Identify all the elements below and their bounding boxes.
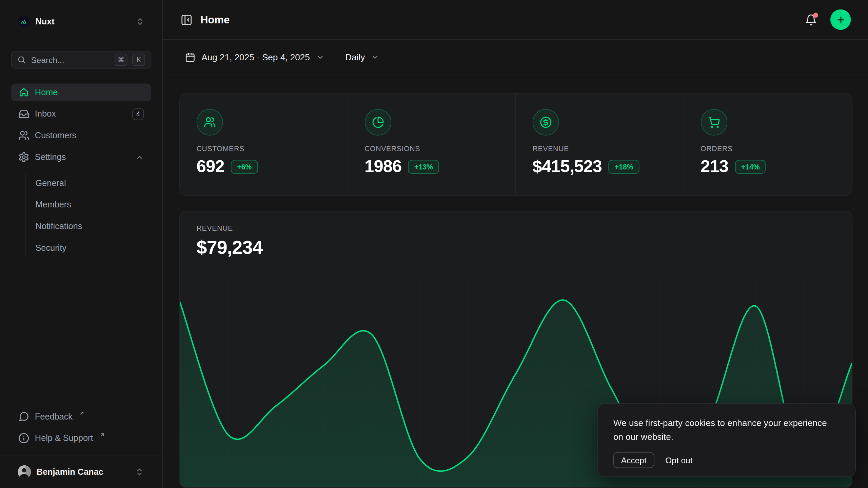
search-input[interactable]: Search... ⌘ K — [11, 51, 151, 68]
accept-cookies-button[interactable]: Accept — [613, 452, 654, 468]
workspace-name: Nuxt — [35, 17, 130, 26]
sidebar-collapse-icon[interactable] — [180, 14, 193, 26]
chevron-up-icon — [136, 153, 144, 161]
revenue-chart-header: REVENUE $79,234 — [180, 211, 852, 274]
cookie-actions: Accept Opt out — [613, 452, 840, 468]
stat-conversions: CONVERSIONS 1986 +13% — [348, 94, 516, 195]
inbox-count-badge: 4 — [132, 108, 144, 120]
external-link-icon — [79, 410, 85, 416]
external-link-icon — [100, 432, 105, 438]
calendar-icon — [185, 52, 195, 62]
stat-value: 692 — [197, 157, 224, 177]
avatar — [18, 465, 31, 478]
stat-delta-badge: +14% — [735, 160, 766, 174]
sidebar-item-home[interactable]: Home — [11, 84, 151, 101]
revenue-chart-value: $79,234 — [197, 237, 835, 259]
sidebar-spacer — [0, 258, 162, 408]
search-placeholder: Search... — [31, 55, 110, 64]
sidebar-item-general[interactable]: General — [35, 172, 151, 194]
stat-customers: CUSTOMERS 692 +6% — [180, 94, 348, 195]
add-button[interactable] — [830, 9, 851, 30]
stat-label: CUSTOMERS — [197, 144, 334, 152]
dollar-circle-icon — [533, 109, 559, 136]
chevron-down-icon — [371, 53, 379, 61]
sidebar-item-inbox[interactable]: Inbox 4 — [11, 105, 151, 123]
optout-cookies-button[interactable]: Opt out — [664, 452, 694, 467]
settings-subnav: General Members Notifications Security — [11, 172, 151, 259]
page-header: Home — [163, 0, 868, 40]
stat-delta-badge: +6% — [231, 160, 258, 174]
home-icon — [18, 87, 29, 98]
granularity-select[interactable]: Daily — [345, 52, 379, 62]
sidebar-item-label: Inbox — [35, 109, 127, 119]
notification-dot — [813, 13, 818, 18]
plus-icon — [835, 15, 845, 24]
chevrons-up-down-icon — [136, 17, 144, 26]
stat-value: $415,523 — [533, 157, 602, 177]
pie-chart-icon — [364, 109, 391, 136]
header-actions — [805, 9, 851, 30]
granularity-value: Daily — [345, 52, 365, 62]
sidebar-item-label: Settings — [35, 152, 130, 162]
search-icon — [17, 55, 26, 64]
stat-value: 213 — [701, 157, 728, 177]
stat-delta-badge: +18% — [609, 160, 639, 174]
chevrons-up-down-icon — [135, 467, 144, 476]
sidebar-item-label: Home — [35, 87, 144, 97]
sidebar-item-notifications[interactable]: Notifications — [35, 215, 151, 237]
help-support-link[interactable]: Help & Support — [11, 429, 151, 447]
sidebar-item-settings[interactable]: Settings — [11, 148, 151, 166]
cookie-banner: We use first-party cookies to enhance yo… — [597, 403, 856, 477]
date-range-picker[interactable]: Aug 21, 2025 - Sep 4, 2025 — [185, 52, 324, 62]
cmd-keycap: ⌘ — [115, 54, 127, 66]
workspace-switcher[interactable]: Nuxt — [11, 15, 151, 28]
users-icon — [197, 109, 223, 136]
info-circle-icon — [18, 433, 29, 444]
sidebar-nav: Home Inbox 4 C — [11, 84, 151, 259]
sidebar-footer-links: Feedback Help & Support — [11, 408, 151, 447]
k-keycap: K — [132, 54, 145, 66]
cookie-message: We use first-party cookies to enhance yo… — [613, 416, 835, 444]
stat-label: CONVERSIONS — [364, 144, 502, 152]
revenue-chart-label: REVENUE — [197, 224, 835, 232]
page-title: Home — [200, 14, 230, 26]
user-menu[interactable]: Benjamin Canac — [0, 455, 162, 488]
user-name: Benjamin Canac — [37, 467, 130, 476]
sidebar: Nuxt Search... ⌘ K — [0, 0, 163, 488]
stat-label: ORDERS — [701, 144, 839, 152]
stats-row: CUSTOMERS 692 +6% CONVERSIONS 1986 — [179, 93, 852, 196]
sidebar-item-members[interactable]: Members — [35, 194, 151, 215]
feedback-label: Feedback — [35, 412, 73, 422]
cart-icon — [701, 109, 727, 136]
nuxt-logo-icon — [18, 16, 30, 28]
inbox-icon — [18, 108, 29, 120]
sidebar-item-security[interactable]: Security — [35, 237, 151, 259]
stat-value: 1986 — [364, 157, 401, 177]
help-support-label: Help & Support — [35, 433, 93, 443]
chevron-down-icon — [316, 53, 324, 61]
users-icon — [18, 130, 29, 141]
notifications-button[interactable] — [805, 14, 817, 26]
sidebar-item-customers[interactable]: Customers — [11, 127, 151, 144]
chat-bubble-icon — [18, 411, 29, 422]
stat-orders: ORDERS 213 +14% — [684, 94, 852, 195]
stat-revenue: REVENUE $415,523 +18% — [516, 94, 684, 195]
sidebar-item-label: Customers — [35, 130, 144, 140]
feedback-link[interactable]: Feedback — [11, 408, 151, 425]
stat-delta-badge: +13% — [408, 160, 439, 174]
stat-label: REVENUE — [533, 144, 670, 152]
filter-bar: Aug 21, 2025 - Sep 4, 2025 Daily — [163, 40, 868, 75]
gear-icon — [18, 151, 29, 163]
date-range-value: Aug 21, 2025 - Sep 4, 2025 — [201, 52, 310, 62]
